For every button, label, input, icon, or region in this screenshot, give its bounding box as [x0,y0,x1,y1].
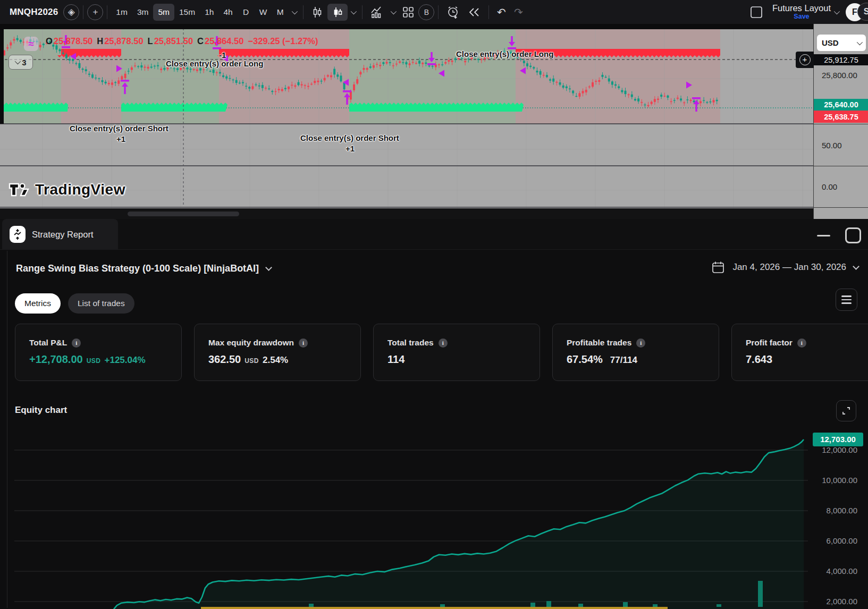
separator [83,5,83,19]
pane-divider [814,166,868,166]
metric-card: Profit factori7.643 [731,324,868,381]
tradingview-logo-icon [9,181,31,199]
date-range-selector[interactable]: Jan 4, 2026 — Jan 30, 2026 [711,260,858,274]
metric-value: 7.643 [746,353,868,366]
report-settings-icon[interactable] [836,289,857,311]
order-event-label: Close entry(s) order Long [166,59,263,68]
equity-axis-tick: 8,000.00 [807,506,857,515]
equity-axis-tick: 6,000.00 [807,536,857,545]
style-chevron-down-icon[interactable] [351,8,357,14]
chevron-down-icon [15,58,21,64]
indicator-badge-button[interactable]: B [418,4,434,20]
compare-add-icon[interactable]: + [87,4,103,20]
equity-last-value-badge: 12,703.00 [813,433,863,446]
layout-save-button[interactable]: Save [794,13,809,20]
report-tab-list-of-trades[interactable]: List of trades [68,293,134,314]
order-event-label: -1 [219,50,226,60]
ohlc-part: 25,851.50 [154,36,193,46]
separator [362,5,363,19]
timeframe-W[interactable]: W [255,4,272,21]
alert-add-icon[interactable] [442,4,464,21]
tradingview-app: MNQH2026 ◈ + 1m3m5m15m1h4hDWM B ↶ [0,0,868,609]
symbol-detail-icon[interactable]: ◈ [63,4,79,20]
metrics-cards: Total P&Li+12,708.00USD+125.04%Max equit… [15,324,868,381]
collapsed-count: 3 [22,58,26,67]
timeframe-D[interactable]: D [238,4,255,21]
time-axis-strip[interactable] [0,208,868,219]
metric-value: 114 [387,353,526,366]
add-order-button[interactable]: + [796,52,814,68]
currency-selector[interactable]: USD [817,35,866,51]
timeframe-1h[interactable]: 1h [200,4,218,21]
metric-label: Total tradesi [387,338,526,348]
timeframe-3m[interactable]: 3m [132,4,154,21]
layout-chevron-down-icon[interactable] [834,8,840,14]
info-icon[interactable]: i [797,339,806,348]
indicator-collapse-button[interactable]: 3 [9,55,33,70]
order-event-label: Close entry(s) order Short [300,133,399,142]
tab-title: Strategy Report [32,230,94,240]
price-chart-pane[interactable]: O25,878.50H25,878.50L25,851.50C25,864.50… [0,24,868,219]
layout-panel-icon[interactable] [746,4,767,21]
strategy-name: Range Swing Bias Strategy (0-100 Scale) … [16,263,259,274]
grid-layout-icon[interactable] [398,4,418,21]
minimize-button[interactable] [817,235,830,236]
symbol-button[interactable]: MNQH2026 [4,7,63,18]
equity-expand-icon[interactable] [836,400,856,421]
timeframe-M[interactable]: M [272,4,289,21]
metric-label: Total P&Li [29,338,167,348]
undo-icon[interactable]: ↶ [493,4,510,21]
info-icon[interactable]: i [636,339,645,348]
redo-icon[interactable]: ↷ [510,4,527,21]
pane-divider [814,207,868,208]
equity-axis-tick: 12,000.00 [807,445,857,454]
hollow-candles-style-icon[interactable] [327,4,348,21]
layout-name: Futures Layout [772,4,831,13]
info-icon[interactable]: i [299,339,308,348]
top-toolbar: MNQH2026 ◈ + 1m3m5m15m1h4hDWM B ↶ [0,0,868,24]
timeframe-chevron-down-icon[interactable] [292,8,298,14]
timeframe-15m[interactable]: 15m [174,4,200,21]
order-event-label: +1 [345,144,355,153]
pane-divider [814,124,868,124]
date-chevron-down-icon [853,263,859,270]
strategy-report-tab[interactable]: Strategy Report [2,219,118,250]
separator [488,5,489,19]
scrollbar-handle[interactable] [128,212,239,216]
replay-icon[interactable] [464,4,485,21]
metric-value: 362.50USD2.54% [208,353,347,366]
order-event-label: Close entry(s) order Short [70,124,168,133]
ohlc-part: 25,864.50 [205,36,243,46]
strategy-selector[interactable]: Range Swing Bias Strategy (0-100 Scale) … [16,263,271,274]
timeframe-5m[interactable]: 5m [153,4,174,21]
report-tab-metrics[interactable]: Metrics [15,293,61,314]
info-icon[interactable]: i [72,339,81,348]
ohlc-part: O [46,36,53,46]
price-axis[interactable]: USD 25,912.75 + 25,800.00 25,640.00 25,6… [813,24,868,219]
order-event-label: Close entry(s) order Long [456,49,553,58]
indicators-chevron-down-icon[interactable] [391,8,397,14]
indicator-tick: 0.00 [822,182,837,191]
info-icon[interactable]: i [439,339,448,348]
report-tab-strip: Strategy Report [0,219,868,250]
separator [303,5,304,19]
crosshair-price-label: 25,912.75 [814,54,868,65]
equity-chart-title: Equity chart [15,405,67,416]
maximize-button[interactable] [845,227,861,243]
price-tick: 25,800.00 [822,71,857,80]
candles-style-icon[interactable] [307,4,327,21]
ohlc-part: H [97,36,103,46]
strategy-chevron-down-icon [265,264,272,271]
layout-selector[interactable]: Futures Layout Save [772,4,831,20]
equity-axis-tick: 4,000.00 [807,566,857,576]
indicator-wave-icon[interactable]: ≈ [24,37,38,51]
timeframe-1m[interactable]: 1m [111,4,132,21]
indicators-icon[interactable] [366,4,387,21]
order-event-label: +1 [116,134,125,143]
currency-label: USD [822,38,839,47]
timeframe-4h[interactable]: 4h [218,4,237,21]
metric-label: Max equity drawdowni [208,338,347,348]
ohlc-part: L [148,36,153,46]
equity-chart[interactable]: 12,000.0010,000.008,000.006,000.004,000.… [0,420,868,609]
metric-value: +12,708.00USD+125.04% [29,353,167,366]
